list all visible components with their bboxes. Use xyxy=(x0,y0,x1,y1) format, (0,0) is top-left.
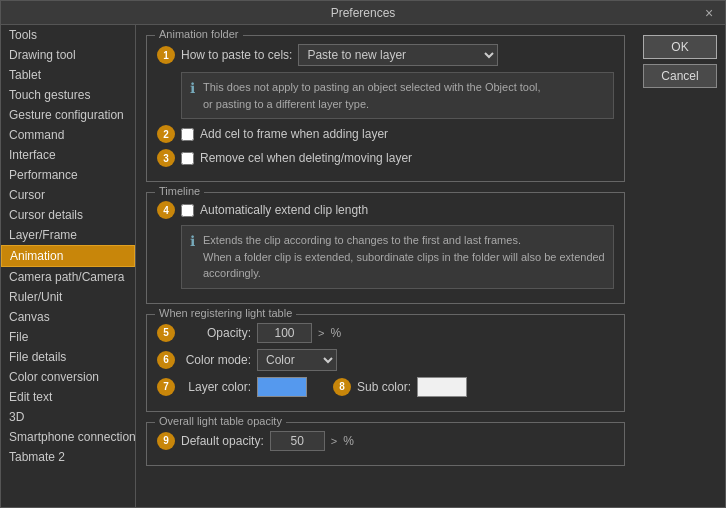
sidebar-item-drawing-tool[interactable]: Drawing tool xyxy=(1,45,135,65)
color-mode-dropdown[interactable]: Color Grayscale xyxy=(257,349,337,371)
sidebar-item-cursor[interactable]: Cursor xyxy=(1,185,135,205)
info-text-2: Extends the clip according to changes to… xyxy=(203,232,605,282)
sidebar-item-cursor-details[interactable]: Cursor details xyxy=(1,205,135,225)
badge-8: 8 xyxy=(333,378,351,396)
ok-button[interactable]: OK xyxy=(643,35,717,59)
sidebar-item-color-conversion[interactable]: Color conversion xyxy=(1,367,135,387)
sidebar-item-canvas[interactable]: Canvas xyxy=(1,307,135,327)
default-opacity-arrow[interactable]: > xyxy=(331,435,337,447)
title-bar: Preferences × xyxy=(1,1,725,25)
info-line-2: or pasting to a different layer type. xyxy=(203,96,541,113)
opacity-row: 5 Opacity: > % xyxy=(157,323,614,343)
sidebar-item-tabmate2[interactable]: Tabmate 2 xyxy=(1,447,135,467)
sidebar-item-3d[interactable]: 3D xyxy=(1,407,135,427)
dialog-content: ToolsDrawing toolTabletTouch gesturesGes… xyxy=(1,25,725,507)
remove-cel-checkbox[interactable] xyxy=(181,152,194,165)
info-text-1: This does not apply to pasting an object… xyxy=(203,79,541,112)
default-opacity-input[interactable] xyxy=(270,431,325,451)
action-buttons: OK Cancel xyxy=(635,25,725,507)
sidebar-item-gesture-configuration[interactable]: Gesture configuration xyxy=(1,105,135,125)
animation-folder-section: Animation folder 1 How to paste to cels:… xyxy=(146,35,625,182)
add-cel-checkbox[interactable] xyxy=(181,128,194,141)
opacity-unit: % xyxy=(330,326,341,340)
sidebar-item-tools[interactable]: Tools xyxy=(1,25,135,45)
badge-9: 9 xyxy=(157,432,175,450)
sidebar-item-ruler-unit[interactable]: Ruler/Unit xyxy=(1,287,135,307)
sidebar-item-smartphone-connection[interactable]: Smartphone connection xyxy=(1,427,135,447)
animation-folder-label: Animation folder xyxy=(155,28,243,40)
close-button[interactable]: × xyxy=(701,5,717,21)
color-mode-row: 6 Color mode: Color Grayscale xyxy=(157,349,614,371)
add-cel-row: 2 Add cel to frame when adding layer xyxy=(157,125,614,143)
cancel-button[interactable]: Cancel xyxy=(643,64,717,88)
info-line-3: Extends the clip according to changes to… xyxy=(203,232,605,249)
default-opacity-row: 9 Default opacity: > % xyxy=(157,431,614,451)
light-table-label: When registering light table xyxy=(155,307,296,319)
layer-color-label: Layer color: xyxy=(181,380,251,394)
extend-clip-checkbox[interactable] xyxy=(181,204,194,217)
preferences-dialog: Preferences × ToolsDrawing toolTabletTou… xyxy=(0,0,726,508)
extend-clip-label: Automatically extend clip length xyxy=(200,203,368,217)
sidebar-item-touch-gestures[interactable]: Touch gestures xyxy=(1,85,135,105)
sidebar-item-interface[interactable]: Interface xyxy=(1,145,135,165)
sidebar-item-command[interactable]: Command xyxy=(1,125,135,145)
badge-3: 3 xyxy=(157,149,175,167)
badge-1: 1 xyxy=(157,46,175,64)
paste-cels-dropdown[interactable]: Paste to new layer xyxy=(298,44,498,66)
dialog-title: Preferences xyxy=(331,6,396,20)
paste-cels-label: How to paste to cels: xyxy=(181,48,292,62)
info-line-1: This does not apply to pasting an object… xyxy=(203,79,541,96)
badge-2: 2 xyxy=(157,125,175,143)
main-area: Animation folder 1 How to paste to cels:… xyxy=(136,25,635,507)
opacity-arrow[interactable]: > xyxy=(318,327,324,339)
light-table-section: When registering light table 5 Opacity: … xyxy=(146,314,625,412)
timeline-label: Timeline xyxy=(155,185,204,197)
top-section: Animation folder 1 How to paste to cels:… xyxy=(136,25,725,507)
sidebar-item-tablet[interactable]: Tablet xyxy=(1,65,135,85)
overall-opacity-section: Overall light table opacity 9 Default op… xyxy=(146,422,625,466)
info-icon-2: ℹ xyxy=(190,233,195,249)
default-opacity-unit: % xyxy=(343,434,354,448)
opacity-input[interactable] xyxy=(257,323,312,343)
layer-color-picker[interactable] xyxy=(257,377,307,397)
color-mode-label: Color mode: xyxy=(181,353,251,367)
default-opacity-label: Default opacity: xyxy=(181,434,264,448)
opacity-label: Opacity: xyxy=(181,326,251,340)
sub-color-picker[interactable] xyxy=(417,377,467,397)
sidebar-item-performance[interactable]: Performance xyxy=(1,165,135,185)
badge-5: 5 xyxy=(157,324,175,342)
add-cel-label: Add cel to frame when adding layer xyxy=(200,127,388,141)
badge-6: 6 xyxy=(157,351,175,369)
sidebar-item-animation[interactable]: Animation xyxy=(1,245,135,267)
extend-clip-row: 4 Automatically extend clip length xyxy=(157,201,614,219)
sidebar-item-layer-frame[interactable]: Layer/Frame xyxy=(1,225,135,245)
sidebar-item-camera-path[interactable]: Camera path/Camera xyxy=(1,267,135,287)
remove-cel-label: Remove cel when deleting/moving layer xyxy=(200,151,412,165)
sidebar-item-file-details[interactable]: File details xyxy=(1,347,135,367)
sidebar: ToolsDrawing toolTabletTouch gesturesGes… xyxy=(1,25,136,507)
sidebar-item-file[interactable]: File xyxy=(1,327,135,347)
paste-cels-row: 1 How to paste to cels: Paste to new lay… xyxy=(157,44,614,66)
badge-4: 4 xyxy=(157,201,175,219)
remove-cel-row: 3 Remove cel when deleting/moving layer xyxy=(157,149,614,167)
info-line-4: When a folder clip is extended, subordin… xyxy=(203,249,605,282)
layer-color-row: 7 Layer color: 8 Sub color: xyxy=(157,377,614,397)
info-box-1: ℹ This does not apply to pasting an obje… xyxy=(181,72,614,119)
badge-7: 7 xyxy=(157,378,175,396)
info-box-2: ℹ Extends the clip according to changes … xyxy=(181,225,614,289)
info-icon-1: ℹ xyxy=(190,80,195,96)
sub-color-label: Sub color: xyxy=(357,380,411,394)
sidebar-item-edit-text[interactable]: Edit text xyxy=(1,387,135,407)
timeline-section: Timeline 4 Automatically extend clip len… xyxy=(146,192,625,304)
overall-opacity-label: Overall light table opacity xyxy=(155,415,286,427)
